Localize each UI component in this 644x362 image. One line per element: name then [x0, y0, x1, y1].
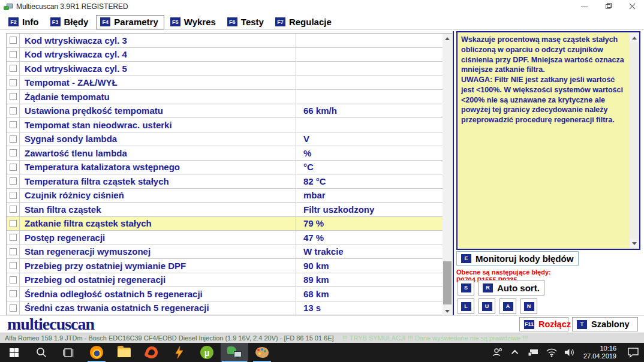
- tab-błędy[interactable]: F3Błędy: [47, 15, 94, 29]
- row-checkbox[interactable]: [10, 290, 17, 297]
- action-center-button[interactable]: [622, 343, 644, 362]
- auto-sort-button[interactable]: R Auto sort.: [478, 280, 544, 295]
- table-row[interactable]: Zawartość tlenu lambda%: [7, 146, 443, 161]
- minimize-button[interactable]: [572, 0, 596, 13]
- param-value: [296, 118, 443, 132]
- table-scrollbar[interactable]: [443, 34, 452, 316]
- show-hidden-icons-button[interactable]: [507, 343, 525, 362]
- sort-button-s[interactable]: S: [458, 280, 474, 295]
- tab-parametry[interactable]: F4Parametry: [96, 15, 164, 29]
- wifi-tray-button[interactable]: [543, 343, 561, 362]
- templates-button[interactable]: T Szablony: [572, 317, 638, 331]
- table-row[interactable]: Kod wtryskiwacza cyl. 3: [7, 34, 443, 48]
- tab-testy[interactable]: F6Testy: [224, 15, 269, 29]
- param-value: [296, 48, 443, 62]
- table-row[interactable]: Kod wtryskiwacza cyl. 5: [7, 62, 443, 76]
- firefox-icon: [90, 346, 103, 359]
- taskbar-utorrent[interactable]: µ: [193, 343, 221, 362]
- tab-label: Parametry: [114, 17, 158, 27]
- table-row[interactable]: Stan filtra cząstekFiltr uszkodzony: [7, 203, 443, 217]
- taskbar-multiecuscan[interactable]: [221, 343, 248, 362]
- row-checkbox[interactable]: [10, 164, 17, 171]
- tab-regulacje[interactable]: F7Regulacje: [272, 15, 337, 29]
- table-row[interactable]: Zatkanie filtra cząstek stałych79 %: [7, 217, 443, 231]
- row-checkbox[interactable]: [10, 93, 17, 100]
- sort-button-l[interactable]: L: [458, 298, 474, 314]
- row-checkbox[interactable]: [10, 206, 17, 213]
- table-row[interactable]: Przebieg od ostatniej regeneracji89 km: [7, 273, 443, 288]
- row-checkbox[interactable]: [10, 79, 17, 86]
- scroll-down-button[interactable]: [443, 306, 452, 316]
- key-badge-f6: F6: [227, 17, 237, 26]
- table-row[interactable]: Przebieg przy ostatniej wymianie DPF90 k…: [7, 259, 443, 273]
- people-tray-button[interactable]: [489, 343, 507, 362]
- table-row[interactable]: Sygnał sondy lambdaV: [7, 132, 443, 147]
- taskbar-search-button[interactable]: [28, 343, 55, 362]
- scroll-up-button[interactable]: [443, 34, 452, 43]
- table-row[interactable]: Postęp regeneracji47 %: [7, 231, 443, 245]
- scrollbar-thumb[interactable]: [443, 261, 452, 304]
- tab-bar: F2InfoF3BłędyF4ParametryF5WykresF6TestyF…: [5, 14, 337, 29]
- row-checkbox[interactable]: [10, 262, 17, 269]
- row-checkbox[interactable]: [10, 192, 17, 199]
- row-checkbox[interactable]: [10, 37, 17, 44]
- disconnect-button[interactable]: F11 Rozłącz: [519, 317, 568, 331]
- taskbar-firefox[interactable]: [83, 343, 110, 362]
- sort-button-n[interactable]: N: [520, 298, 537, 314]
- info-scroll-up[interactable]: [630, 33, 639, 43]
- param-value: Filtr uszkodzony: [296, 203, 443, 216]
- close-button[interactable]: [620, 0, 644, 13]
- param-value: mbar: [296, 189, 443, 203]
- taskbar-paint[interactable]: [248, 343, 276, 362]
- monitor-error-codes-button[interactable]: E Monitoruj kody błędów: [456, 251, 579, 266]
- taskbar-origin[interactable]: [138, 343, 165, 362]
- table-row[interactable]: Temperatura filtra cząstek stałych82 °C: [7, 174, 443, 189]
- info-scroll-down[interactable]: [630, 239, 639, 248]
- table-row[interactable]: Tempomat stan nieodwrac. usterki: [7, 118, 443, 132]
- taskbar-file-explorer[interactable]: [110, 343, 138, 362]
- key-badge-n: N: [524, 302, 534, 311]
- taskbar-flash-app[interactable]: [165, 343, 193, 362]
- sort-button-a[interactable]: A: [499, 298, 516, 314]
- right-panel: Wskazuje procentową masę cząstek stałych…: [453, 31, 644, 316]
- row-checkbox[interactable]: [10, 276, 17, 283]
- table-row[interactable]: Kod wtryskiwacza cyl. 4: [7, 48, 443, 62]
- task-view-button[interactable]: [55, 343, 83, 362]
- table-row[interactable]: Czujnik różnicy ciśnieńmbar: [7, 189, 443, 203]
- table-row[interactable]: Żądanie tempomatu: [7, 90, 443, 104]
- row-checkbox[interactable]: [10, 248, 17, 255]
- checkbox-cell: [7, 189, 20, 203]
- sort-button-u[interactable]: U: [479, 298, 495, 314]
- row-checkbox[interactable]: [10, 177, 17, 185]
- param-name: Kod wtryskiwacza cyl. 5: [20, 62, 296, 76]
- taskbar-clock[interactable]: 10:16 27.04.2019: [579, 345, 622, 360]
- restore-button[interactable]: [596, 0, 620, 13]
- window-title: Multiecuscan 3.9R1 REGISTERED: [16, 2, 128, 11]
- row-checkbox[interactable]: [10, 304, 17, 312]
- info-scrollbar[interactable]: [630, 33, 639, 248]
- title-bar: Multiecuscan 3.9R1 REGISTERED: [0, 0, 644, 13]
- table-row[interactable]: Średnia odległość ostatnich 5 regeneracj…: [7, 287, 443, 301]
- table-row[interactable]: Ustawiona prędkość tempomatu66 km/h: [7, 104, 443, 119]
- simulation-mode-text: !!! TRYB SYMULACJI !!! Dane wyświetlane …: [342, 334, 528, 342]
- device-tray-button[interactable]: [525, 343, 543, 362]
- key-badge-u: U: [482, 302, 492, 311]
- row-checkbox[interactable]: [10, 234, 17, 241]
- row-checkbox[interactable]: [10, 51, 17, 58]
- table-row[interactable]: Tempomat - ZAŁ/WYŁ: [7, 76, 443, 90]
- row-checkbox[interactable]: [10, 107, 17, 114]
- table-row[interactable]: Temperatura katalizatora wstępnego°C: [7, 161, 443, 175]
- row-checkbox[interactable]: [10, 149, 17, 156]
- row-checkbox[interactable]: [10, 135, 17, 143]
- start-button[interactable]: [0, 343, 28, 362]
- tab-info[interactable]: F2Info: [5, 15, 44, 29]
- row-checkbox[interactable]: [10, 220, 17, 227]
- table-row[interactable]: Stan regeneracji wymuszonejW trakcie: [7, 245, 443, 260]
- row-checkbox[interactable]: [10, 65, 17, 72]
- volume-tray-button[interactable]: [561, 343, 579, 362]
- tab-wykres[interactable]: F5Wykres: [167, 15, 221, 29]
- param-name: Tempomat stan nieodwrac. usterki: [20, 118, 296, 132]
- table-row[interactable]: Średni czas trwania ostatnich 5 regenera…: [7, 301, 443, 316]
- row-checkbox[interactable]: [10, 121, 17, 128]
- param-value: W trakcie: [296, 245, 443, 259]
